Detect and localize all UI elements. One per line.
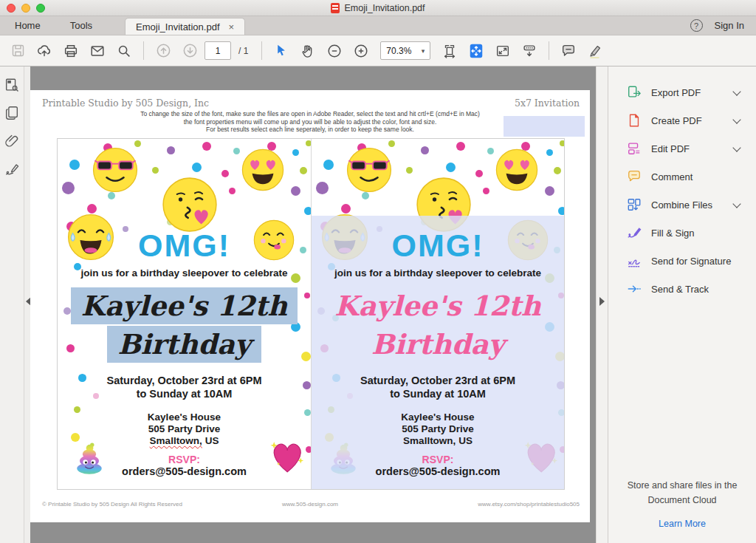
tool-edit-pdf[interactable]: Edit PDF [608, 134, 756, 163]
learn-more-link[interactable]: Learn More [659, 516, 706, 531]
select-tool-icon[interactable] [269, 40, 293, 62]
invitation-text: OMG! join us for a birthday sleepover to… [58, 139, 311, 489]
chevron-down-icon[interactable] [732, 115, 740, 123]
zoom-window-button[interactable] [36, 4, 45, 13]
window-title: Emoji_Invitation.pdf [331, 3, 425, 13]
pdf-header-left: Printable Studio by 505 Design, Inc [42, 98, 209, 109]
send-for-signature-icon [627, 253, 642, 268]
edit-pdf-icon [627, 141, 642, 156]
tab-document[interactable]: Emoji_Invitation.pdf × [125, 18, 245, 35]
export-pdf-icon [627, 85, 642, 100]
chevron-down-icon[interactable] [732, 199, 740, 208]
fit-width-icon[interactable] [438, 40, 461, 62]
caret-down-icon: ▾ [422, 47, 425, 55]
pdf-page: Printable Studio by 505 Design, Inc 5x7 … [30, 90, 590, 522]
left-navigation-rail [0, 66, 24, 543]
footer-etsy-link: www.etsy.com/shop/printablestudio505 [478, 501, 580, 508]
event-address[interactable]: Kaylee's House 505 Party Drive Smalltown… [58, 411, 311, 447]
zoom-level-value: 70.3% [386, 46, 411, 56]
traffic-lights [7, 4, 45, 13]
selected-text-field-highlight[interactable] [504, 116, 585, 137]
document-viewport[interactable]: Printable Studio by 505 Design, Inc 5x7 … [24, 66, 608, 543]
name-line-1[interactable]: Kaylee's 12th [312, 290, 564, 322]
document-cloud-promo: Store and share files in the Document Cl… [608, 478, 756, 531]
comment-icon [627, 169, 642, 184]
email-icon[interactable] [86, 40, 109, 62]
share-upload-icon[interactable] [32, 40, 56, 62]
tab-bar-right: ? Sign In [690, 16, 756, 35]
invitation-cards: OMG! join us for a birthday sleepover to… [57, 138, 565, 490]
next-page-icon[interactable] [178, 40, 202, 62]
tool-export-pdf[interactable]: Export PDF [608, 78, 756, 106]
pdf-header-right: 5x7 Invitation [515, 98, 580, 109]
main-area: Printable Studio by 505 Design, Inc 5x7 … [0, 66, 756, 543]
hand-tool-icon[interactable] [296, 40, 320, 62]
send-track-icon [627, 281, 642, 296]
fullscreen-icon[interactable] [491, 40, 515, 62]
combine-files-icon [627, 197, 642, 212]
presentation-mode-icon[interactable] [518, 40, 541, 62]
previous-page-icon[interactable] [151, 40, 175, 62]
rsvp-email[interactable]: orders@505-design.com [58, 465, 311, 477]
expand-right-pane-icon[interactable] [599, 297, 605, 306]
event-dates[interactable]: Saturday, October 23rd at 6PM to Sunday … [58, 374, 311, 400]
comment-tool-icon[interactable] [557, 40, 580, 62]
tool-fill-sign[interactable]: Fill & Sign [608, 219, 756, 247]
chevron-down-icon[interactable] [732, 143, 740, 151]
invitation-text: OMG! join us for a birthday sleepover to… [312, 139, 564, 489]
close-window-button[interactable] [7, 4, 16, 13]
print-icon[interactable] [59, 40, 83, 62]
pdf-file-icon [331, 3, 340, 13]
toolbar-separator [549, 41, 549, 60]
omg-heading: OMG! [312, 228, 564, 264]
name-line-2[interactable]: Birthday [58, 328, 311, 361]
event-dates[interactable]: Saturday, October 23rd at 6PM to Sunday … [312, 374, 564, 400]
tool-send-for-signature[interactable]: Send for Signature [608, 247, 756, 275]
zoom-in-icon[interactable] [349, 40, 373, 62]
rsvp-label[interactable]: RSVP: [312, 454, 564, 465]
tools-panel: Export PDF Create PDF Edit PDF Comment C… [608, 66, 756, 543]
window-title-text: Emoji_Invitation.pdf [344, 3, 425, 13]
invitation-card-right[interactable]: OMG! join us for a birthday sleepover to… [311, 139, 564, 489]
page-thumbnails-icon[interactable] [4, 77, 20, 93]
acrobat-window: Emoji_Invitation.pdf Home Tools Emoji_In… [0, 0, 756, 543]
page-number-input[interactable] [205, 41, 231, 60]
tool-create-pdf[interactable]: Create PDF [608, 106, 756, 134]
help-icon[interactable]: ? [690, 19, 703, 32]
tool-send-track[interactable]: Send & Track [608, 275, 756, 303]
sign-in-button[interactable]: Sign In [715, 20, 744, 31]
fit-page-icon[interactable] [464, 40, 488, 62]
tab-document-label: Emoji_Invitation.pdf [136, 21, 219, 33]
zoom-out-icon[interactable] [323, 40, 346, 62]
toolbar: / 1 70.3% ▾ [0, 35, 756, 66]
toolbar-separator [261, 41, 262, 60]
title-bar: Emoji_Invitation.pdf [0, 0, 756, 16]
search-icon[interactable] [112, 40, 136, 62]
close-icon[interactable]: × [229, 21, 235, 33]
tab-home[interactable]: Home [0, 16, 55, 35]
tool-combine-files[interactable]: Combine Files [608, 191, 756, 219]
signatures-icon[interactable] [4, 161, 20, 177]
minimize-window-button[interactable] [21, 4, 30, 13]
save-icon[interactable] [6, 40, 30, 62]
omg-heading: OMG! [58, 228, 311, 264]
bookmarks-icon[interactable] [4, 105, 20, 121]
invitation-card-left[interactable]: OMG! join us for a birthday sleepover to… [58, 139, 311, 489]
invitation-subtitle: join us for a birthday sleepover to cele… [312, 267, 564, 279]
create-pdf-icon [627, 113, 642, 128]
invitation-subtitle: join us for a birthday sleepover to cele… [58, 267, 311, 279]
tool-comment[interactable]: Comment [608, 163, 756, 191]
tab-tools[interactable]: Tools [55, 16, 107, 35]
rsvp-label[interactable]: RSVP: [58, 454, 311, 465]
attachments-icon[interactable] [4, 133, 20, 149]
zoom-level-dropdown[interactable]: 70.3% ▾ [380, 41, 430, 60]
event-address[interactable]: Kaylee's House 505 Party Drive Smalltown… [312, 411, 564, 447]
highlight-tool-icon[interactable] [583, 40, 607, 62]
fill-sign-icon [627, 225, 642, 240]
chevron-down-icon[interactable] [732, 87, 740, 95]
rsvp-email[interactable]: orders@505-design.com [312, 465, 564, 477]
name-line-2[interactable]: Birthday [312, 328, 564, 361]
name-line-1[interactable]: Kaylee's 12th [58, 290, 311, 322]
page-total-label: / 1 [238, 46, 248, 56]
toolbar-separator [143, 41, 144, 60]
